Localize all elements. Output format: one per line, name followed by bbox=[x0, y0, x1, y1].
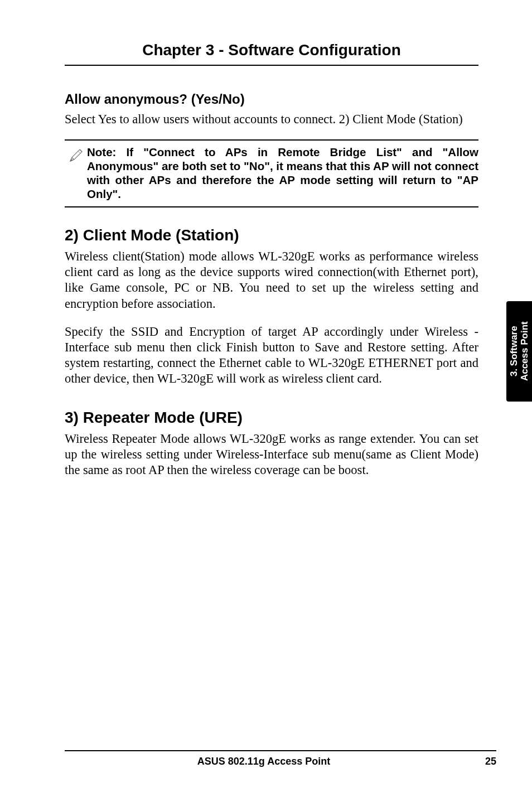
note-text: Note: If "Connect to APs in Remote Bridg… bbox=[87, 145, 478, 201]
heading-allow-anonymous: Allow anonymous? (Yes/No) bbox=[65, 91, 478, 107]
body-client-mode-1: Wireless client(Station) mode allows WL-… bbox=[65, 249, 478, 312]
chapter-title: Chapter 3 - Software Configuration bbox=[65, 41, 478, 59]
footer-center-text: ASUS 802.11g Access Point bbox=[65, 756, 463, 767]
divider bbox=[65, 206, 478, 207]
side-tab: 3. Software Access Point bbox=[506, 301, 532, 402]
heading-client-mode: 2) Client Mode (Station) bbox=[65, 226, 478, 244]
note-block: Note: If "Connect to APs in Remote Bridg… bbox=[65, 139, 478, 207]
note-row: Note: If "Connect to APs in Remote Bridg… bbox=[65, 141, 478, 206]
divider bbox=[65, 750, 496, 751]
side-tab-line2: Access Point bbox=[519, 322, 529, 381]
pencil-icon bbox=[65, 145, 87, 164]
footer: ASUS 802.11g Access Point 25 bbox=[65, 750, 496, 767]
body-repeater-mode: Wireless Repeater Mode allows WL-320gE w… bbox=[65, 431, 478, 478]
side-tab-text: 3. Software Access Point bbox=[509, 322, 529, 381]
page-number: 25 bbox=[463, 756, 496, 767]
footer-row: ASUS 802.11g Access Point 25 bbox=[65, 756, 496, 767]
side-tab-line1: 3. Software bbox=[508, 326, 519, 377]
body-allow-anonymous: Select Yes to allow users without accoun… bbox=[65, 112, 478, 127]
body-client-mode-2: Specify the SSID and Encryption of targe… bbox=[65, 324, 478, 387]
page: Chapter 3 - Software Configuration Allow… bbox=[0, 0, 532, 802]
divider bbox=[65, 65, 478, 66]
heading-repeater-mode: 3) Repeater Mode (URE) bbox=[65, 409, 478, 427]
